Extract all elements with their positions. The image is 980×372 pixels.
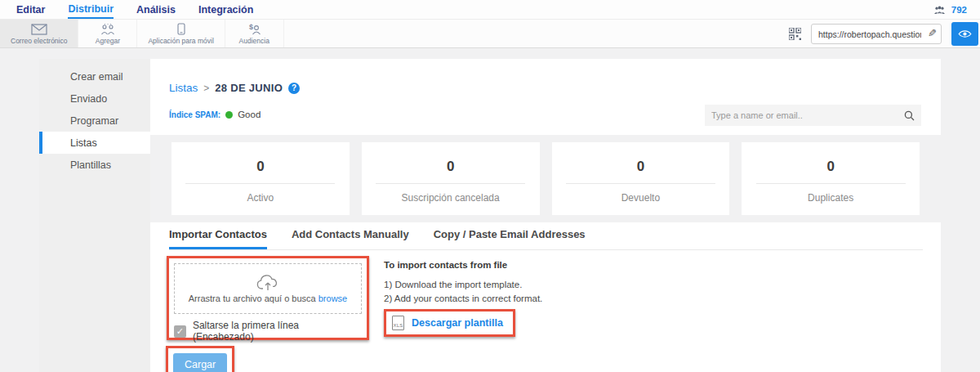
- envelope-icon: [31, 24, 47, 35]
- tab-copy-paste-email[interactable]: Copy / Paste Email Addresses: [434, 228, 586, 249]
- file-dropzone[interactable]: Arrastra tu archivo aquí o busca browse: [174, 263, 362, 314]
- email-sidebar: Crear email Enviado Programar Listas Pla…: [39, 59, 150, 372]
- help-icon[interactable]: ?: [288, 83, 300, 94]
- stat-label: Duplicates: [808, 192, 853, 204]
- breadcrumb-separator: >: [203, 83, 209, 94]
- spam-status-dot: [225, 111, 233, 119]
- cargar-button[interactable]: Cargar: [173, 353, 227, 372]
- breadcrumb: Listas > 28 DE JUNIO ?: [169, 82, 300, 94]
- list-name: 28 DE JUNIO: [215, 82, 283, 94]
- tool-agregar[interactable]: Agregar: [78, 20, 137, 47]
- instructions-title: To import contacts from file: [384, 260, 542, 270]
- search-icon[interactable]: [904, 110, 915, 121]
- nav-tab-analisis[interactable]: Análisis: [136, 1, 176, 18]
- tool-correo-electronico[interactable]: Correo electrónico: [0, 20, 78, 47]
- toolbar-right: ✎: [789, 20, 980, 48]
- responses-count: 792: [951, 5, 967, 15]
- tool-aplicacion-movil[interactable]: Aplicación para móvil: [137, 20, 225, 47]
- sidebar-item-crear-email[interactable]: Crear email: [39, 65, 150, 87]
- breadcrumb-listas-link[interactable]: Listas: [169, 82, 198, 94]
- people-group-icon: [100, 24, 115, 35]
- svg-text:$: $: [249, 23, 253, 31]
- spam-index: Índice SPAM: Good: [169, 110, 261, 119]
- tool-label: Agregar: [96, 37, 120, 45]
- stat-card-devuelto: 0 Devuelto: [552, 142, 730, 215]
- sidebar-item-programar[interactable]: Programar: [39, 110, 150, 132]
- tool-label: Correo electrónico: [11, 37, 67, 45]
- stat-card-suscripcion-cancelada: 0 Suscripción cancelada: [362, 142, 540, 215]
- stat-card-duplicates: 0 Duplicates: [742, 142, 920, 215]
- responses-indicator[interactable]: 792: [933, 0, 967, 20]
- nav-tab-editar[interactable]: Editar: [16, 1, 45, 18]
- distribute-toolbar: Correo electrónico Agregar: [0, 20, 980, 48]
- stat-label: Activo: [247, 192, 274, 204]
- eye-icon: [958, 29, 972, 38]
- mobile-icon: [177, 23, 185, 35]
- edit-pencil-icon[interactable]: ✎: [928, 27, 937, 39]
- tool-label: Aplicación para móvil: [148, 37, 213, 45]
- stat-value: 0: [826, 159, 834, 175]
- sidebar-item-listas[interactable]: Listas: [39, 132, 150, 154]
- download-template-link[interactable]: Descargar plantilla: [412, 317, 503, 329]
- people-group-icon: [933, 6, 946, 15]
- nav-tab-distribuir[interactable]: Distribuir: [68, 0, 114, 19]
- skip-first-line-row: ✓ Saltarse la primera línea (Encabezado): [174, 320, 362, 343]
- contact-search: [705, 105, 921, 126]
- sidebar-item-plantillas[interactable]: Plantillas: [39, 154, 150, 176]
- tool-label: Audiencia: [239, 37, 270, 45]
- dropzone-text: Arrastra tu archivo aquí o busca browse: [189, 294, 347, 303]
- audience-dollar-icon: $: [246, 23, 262, 35]
- cloud-upload-icon: [256, 275, 279, 291]
- spam-status-value: Good: [238, 110, 261, 119]
- instruction-step: 2) Add your contacts in correct format.: [384, 292, 542, 306]
- skip-first-line-checkbox[interactable]: ✓: [174, 325, 186, 338]
- xls-file-icon: XLS: [392, 316, 404, 330]
- nav-tab-integracion[interactable]: Integración: [198, 1, 253, 18]
- instruction-step: 1) Download the import template.: [384, 278, 542, 292]
- app-window: Editar Distribuir Análisis Integración 7…: [0, 0, 980, 372]
- upload-area-highlight: Arrastra tu archivo aquí o busca browse …: [167, 256, 369, 340]
- tab-importar-contactos[interactable]: Importar Contactos: [169, 228, 267, 249]
- stat-value: 0: [447, 159, 454, 175]
- skip-first-line-label: Saltarse la primera línea (Encabezado): [193, 320, 362, 343]
- tool-audiencia[interactable]: $ Audiencia: [225, 20, 284, 47]
- upload-button-highlight: Cargar: [166, 346, 234, 372]
- stat-value: 0: [637, 159, 644, 175]
- tab-add-contacts-manually[interactable]: Add Contacts Manually: [292, 228, 409, 249]
- browse-link[interactable]: browse: [318, 294, 347, 303]
- search-input[interactable]: [705, 110, 904, 120]
- sidebar-item-enviado[interactable]: Enviado: [39, 87, 150, 110]
- top-nav: Editar Distribuir Análisis Integración 7…: [0, 0, 980, 20]
- stat-label: Devuelto: [621, 192, 660, 204]
- contacts-tabs: Importar Contactos Add Contacts Manually…: [169, 228, 923, 250]
- stats-cards: 0 Activo 0 Suscripción cancelada 0 Devue…: [150, 135, 941, 222]
- survey-url-input[interactable]: [811, 24, 942, 44]
- stat-label: Suscripción cancelada: [402, 192, 500, 204]
- stat-value: 0: [256, 159, 264, 175]
- stat-card-activo: 0 Activo: [172, 142, 350, 215]
- download-template-highlight: XLS Descargar plantilla: [384, 309, 515, 337]
- main-panel: Listas > 28 DE JUNIO ? Índice SPAM: Good…: [150, 59, 941, 372]
- spam-index-label: Índice SPAM:: [169, 110, 220, 119]
- qr-code-icon[interactable]: [789, 28, 801, 40]
- preview-button[interactable]: [951, 22, 978, 46]
